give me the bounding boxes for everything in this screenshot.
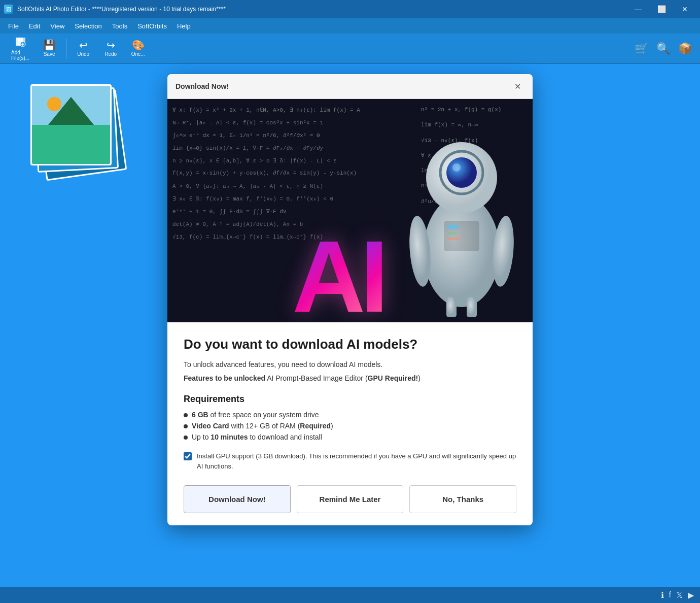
req-videocard-text: Video Card with 12+ GB of RAM (Required)	[192, 422, 333, 430]
onc-button[interactable]: 🎨 Onc...	[125, 38, 151, 59]
svg-rect-16	[447, 238, 460, 240]
add-files-icon	[15, 36, 26, 49]
gpu-required-text: GPU Required!	[368, 374, 418, 382]
bullet-1	[184, 413, 188, 417]
redo-label: Redo	[104, 51, 117, 57]
toolbar-divider	[66, 39, 66, 59]
bullet-3	[184, 436, 188, 440]
modal-heading: Do you want to download AI models?	[184, 337, 516, 352]
app-title: SoftOrbits AI Photo Editor - ****Unregis…	[17, 6, 623, 13]
download-now-button[interactable]: Download Now!	[184, 485, 291, 513]
modal-close-button[interactable]: ✕	[510, 79, 524, 93]
no-thanks-button[interactable]: No, Thanks	[409, 485, 516, 513]
letter-i: I	[360, 226, 389, 322]
facebook-icon[interactable]: f	[669, 590, 671, 600]
svg-rect-14	[447, 225, 459, 229]
requirements-title: Requirements	[184, 394, 516, 405]
youtube-icon[interactable]: ▶	[688, 590, 694, 600]
main-area: Download Now! ✕ ∀ x: f(x) = x² + 2x + 1,…	[0, 64, 700, 603]
req-time-text: Up to 10 minutes to download and install	[192, 433, 322, 441]
svg-rect-15	[447, 232, 457, 234]
math-line-3: ∫₀^∞ e⁻ˣ dx = 1, Σₙ 1/n² = π²/6, ∂²f/∂x²…	[172, 132, 320, 139]
svg-point-9	[446, 157, 477, 188]
requirements-list: 6 GB of free space on your system drive …	[184, 411, 516, 441]
req-videocard-bold: Video Card	[192, 422, 229, 430]
math-line-2: N→ R⁺, |aₙ - A| < ε, f(x) = cos²x + sin²…	[172, 119, 323, 126]
status-bar: ℹ f 𝕏 ▶	[0, 587, 700, 603]
svg-rect-17	[446, 297, 457, 317]
box-icon[interactable]: 📦	[676, 40, 694, 57]
save-label: Save	[44, 51, 55, 57]
app-icon: 🖼	[4, 5, 13, 14]
toolbar: Add File(s)... 💾 Save ↩ Undo ↪ Redo 🎨 On…	[0, 34, 700, 64]
robot-svg	[406, 109, 517, 322]
modal-title: Download Now!	[176, 82, 229, 90]
status-icons: ℹ f 𝕏 ▶	[661, 590, 694, 600]
features-end: )	[418, 374, 421, 382]
search-icon[interactable]: 🔍	[654, 40, 672, 57]
requirement-time: Up to 10 minutes to download and install	[184, 433, 516, 441]
info-icon[interactable]: ℹ	[661, 590, 664, 600]
math-line-9: eⁱᵖⁱ + 1 = 0, ∫∫ F·dS = ∫∫∫ ∇·F dV	[172, 208, 287, 215]
undo-button[interactable]: ↩ Undo	[71, 38, 96, 59]
letter-a: A	[292, 226, 365, 322]
menu-softorbits[interactable]: SoftOrbits	[133, 20, 171, 32]
redo-icon: ↪	[107, 40, 115, 50]
add-files-label: Add File(s)...	[11, 50, 29, 61]
minimize-button[interactable]: —	[627, 1, 649, 17]
title-bar: 🖼 SoftOrbits AI Photo Editor - ****Unreg…	[0, 0, 700, 18]
robot-figure	[406, 109, 517, 322]
req-storage-bold: 6 GB	[192, 411, 208, 419]
undo-icon: ↩	[79, 40, 88, 50]
req-time-bold: 10 minutes	[211, 433, 248, 441]
menu-edit[interactable]: Edit	[25, 20, 44, 32]
req-required-bold: Required	[300, 422, 331, 430]
modal-features: Features to be unlocked AI Prompt-Based …	[184, 373, 516, 384]
svg-rect-18	[467, 297, 477, 317]
undo-label: Undo	[77, 51, 89, 57]
onc-icon: 🎨	[132, 40, 145, 50]
menu-selection[interactable]: Selection	[71, 20, 106, 32]
features-colon: AI Prompt-Based Image Editor (	[265, 374, 368, 382]
modal-description: To unlock advanced features, you need to…	[184, 359, 516, 370]
math-line-8: ∃ x₀ ∈ ℝ: f(x₀) = max f, f'(x₀) = 0, f''…	[172, 195, 333, 202]
math-line-4: lim_{x→0} sin(x)/x = 1, ∇·F = ∂Fₓ/∂x + ∂…	[172, 145, 323, 151]
window-close-button[interactable]: ✕	[674, 1, 696, 17]
features-label: Features to be unlocked	[184, 374, 265, 382]
gpu-support-checkbox[interactable]	[184, 452, 192, 460]
modal-hero-image: ∀ x: f(x) = x² + 2x + 1, n∈N, A>0, ∃ n₀(…	[167, 99, 533, 322]
menu-file[interactable]: File	[4, 20, 23, 32]
menu-help[interactable]: Help	[173, 20, 195, 32]
modal-content: Do you want to download AI models? To un…	[167, 322, 533, 525]
maximize-button[interactable]: ⬜	[650, 1, 673, 17]
save-icon: 💾	[43, 40, 56, 50]
gpu-support-label: Install GPU support (3 GB download). Thi…	[197, 451, 516, 471]
checkbox-area: Install GPU support (3 GB download). Thi…	[184, 451, 516, 471]
cart-icon[interactable]: 🛒	[633, 40, 650, 57]
modal-title-bar: Download Now! ✕	[167, 74, 533, 99]
action-buttons: Download Now! Remind Me Later No, Thanks	[184, 485, 516, 513]
add-files-button[interactable]: Add File(s)...	[6, 34, 34, 63]
ai-letters: A I	[292, 226, 389, 322]
menu-bar: File Edit View Selection Tools SoftOrbit…	[0, 18, 700, 34]
req-storage-text: 6 GB of free space on your system drive	[192, 411, 319, 419]
redo-button[interactable]: ↪ Redo	[98, 38, 123, 59]
modal-dialog: Download Now! ✕ ∀ x: f(x) = x² + 2x + 1,…	[167, 74, 533, 525]
math-line-1: ∀ x: f(x) = x² + 2x + 1, n∈N, A>0, ∃ n₀(…	[172, 107, 360, 113]
toolbar-right: 🛒 🔍 📦	[633, 40, 694, 57]
requirement-storage: 6 GB of free space on your system drive	[184, 411, 516, 419]
remind-later-button[interactable]: Remind Me Later	[297, 485, 404, 513]
twitter-icon[interactable]: 𝕏	[676, 590, 683, 600]
save-button[interactable]: 💾 Save	[37, 38, 62, 59]
bullet-2	[184, 424, 188, 428]
menu-tools[interactable]: Tools	[108, 20, 131, 32]
math-line-10: det(A) ≠ 0, A⁻¹ = adj(A)/det(A), Ax = b	[172, 221, 303, 227]
requirement-videocard: Video Card with 12+ GB of RAM (Required)	[184, 422, 516, 430]
math-line-6: f(x,y) = x·sin(y) + y·cos(x), ∂f/∂x = si…	[172, 170, 357, 176]
modal-overlay: Download Now! ✕ ∀ x: f(x) = x² + 2x + 1,…	[0, 64, 700, 603]
menu-view[interactable]: View	[46, 20, 68, 32]
math-line-7: A > 0, ∀ {aₙ}: aₙ → A, |aₙ - A| < ε, n ≥…	[172, 183, 323, 189]
math-line-5: n ≥ n₀(ε), x ∈ [a,b], ∀ ε > 0 ∃ δ: |f(x)…	[172, 157, 337, 164]
onc-label: Onc...	[131, 51, 145, 57]
svg-point-10	[452, 163, 461, 172]
